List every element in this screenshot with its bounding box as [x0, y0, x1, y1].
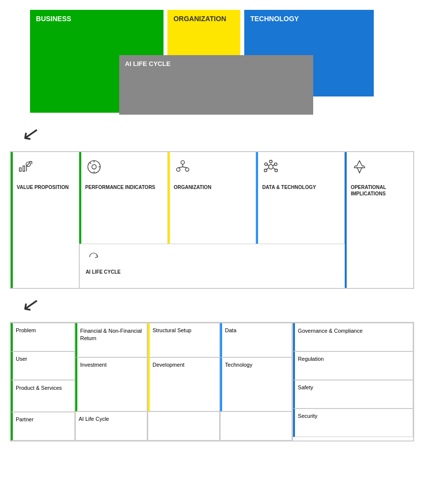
- business-label: BUSINESS: [36, 15, 71, 23]
- svg-point-6: [269, 165, 273, 169]
- list-item: Governance & Compliance: [293, 323, 413, 351]
- ai-lifecycle-top-block: AI LIFE CYCLE: [119, 55, 313, 115]
- svg-point-2: [92, 165, 96, 169]
- bottom-col3-empty: [148, 411, 220, 441]
- bottom-section: Problem User Product & Services Partner …: [10, 322, 414, 441]
- bottom-col-4: Data Technology: [220, 323, 293, 441]
- list-item: Technology: [220, 357, 292, 411]
- organization-label: ORGANIZATION: [173, 15, 226, 23]
- ai-lifecycle-top-label: AI LIFE CYCLE: [125, 60, 170, 67]
- list-item: Problem: [11, 323, 75, 351]
- arrow-1: ↙: [21, 122, 41, 145]
- list-item: Data: [220, 323, 292, 357]
- list-item: Financial & Non-Financial Return: [75, 323, 147, 357]
- bottom-col-2: Financial & Non-Financial Return Investm…: [75, 323, 148, 441]
- data-technology-label: DATA & TECHNOLOGY: [262, 184, 316, 190]
- bottom-col-1: Problem User Product & Services Partner: [11, 323, 75, 441]
- operational-implications-icon: [351, 158, 368, 180]
- mid-section: VALUE PROPOSITION PERFORMANCE INDICATOR: [10, 151, 414, 289]
- list-item: Security: [293, 409, 413, 437]
- svg-point-11: [275, 163, 277, 165]
- list-item: Regulation: [293, 351, 413, 380]
- list-item: Structural Setup: [148, 323, 220, 357]
- bottom-col-3: Structural Setup Development: [148, 323, 220, 441]
- list-item: Investment: [75, 357, 147, 411]
- organization-icon: [174, 158, 192, 180]
- organization-mid-label: ORGANIZATION: [174, 184, 211, 190]
- svg-point-4: [176, 168, 180, 171]
- performance-indicators-col: PERFORMANCE INDICATORS: [79, 152, 168, 244]
- list-item: Development: [148, 357, 220, 411]
- list-item: Product & Services: [11, 380, 75, 412]
- value-proposition-col: VALUE PROPOSITION: [11, 152, 79, 288]
- svg-point-3: [181, 160, 184, 164]
- list-item: Safety: [293, 380, 413, 409]
- list-item: User: [11, 351, 75, 380]
- list-item: Partner: [11, 412, 75, 441]
- svg-point-10: [265, 163, 267, 165]
- operational-implications-col: OPERATIONAL IMPLICATIONS: [345, 152, 413, 288]
- technology-label: TECHNOLOGY: [250, 15, 299, 23]
- ai-lifecycle-bottom: AI Life Cycle: [75, 411, 147, 441]
- bottom-col-5: Governance & Compliance Regulation Safet…: [293, 323, 413, 441]
- svg-point-5: [185, 168, 189, 171]
- ai-lifecycle-mid-row: AI LIFE CYCLE: [79, 244, 345, 288]
- operational-implications-label: OPERATIONAL IMPLICATIONS: [351, 184, 409, 197]
- svg-point-7: [270, 160, 272, 163]
- ai-lifecycle-mid-label: AI LIFE CYCLE: [86, 269, 121, 275]
- performance-indicators-icon: [85, 158, 103, 180]
- ai-lifecycle-mid-icon: [86, 249, 101, 266]
- organization-mid-col: ORGANIZATION: [168, 152, 257, 244]
- performance-indicators-label: PERFORMANCE INDICATORS: [85, 184, 155, 190]
- bottom-col4-empty: [220, 411, 292, 441]
- data-technology-icon: [262, 158, 280, 180]
- value-proposition-icon: [17, 158, 34, 180]
- value-proposition-label: VALUE PROPOSITION: [17, 184, 68, 190]
- arrow-2: ↙: [21, 292, 41, 315]
- data-technology-col: DATA & TECHNOLOGY: [256, 152, 345, 244]
